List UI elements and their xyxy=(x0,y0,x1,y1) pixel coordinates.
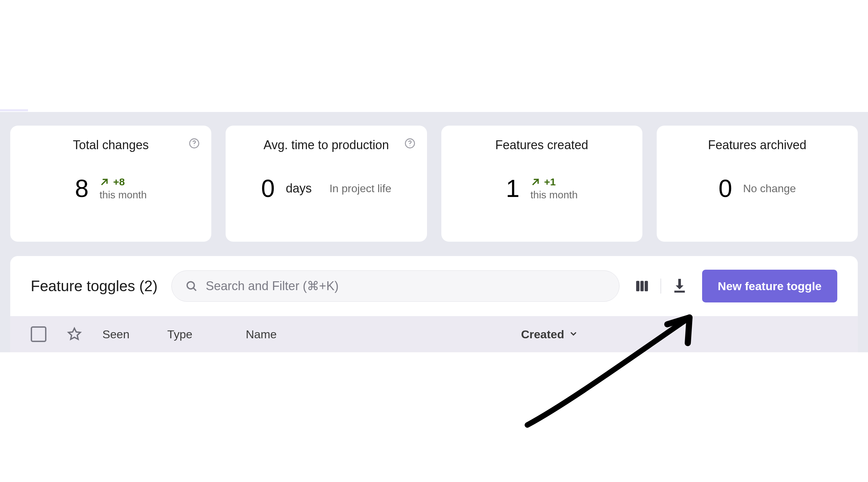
trend-top: +1 xyxy=(530,176,578,188)
search-input[interactable] xyxy=(206,279,606,293)
toggles-header: Feature toggles (2) New feature toggle xyxy=(10,256,858,316)
chevron-down-icon xyxy=(569,328,578,341)
arrow-up-right-icon xyxy=(99,177,110,187)
svg-point-1 xyxy=(194,145,195,146)
trend-block: +1 this month xyxy=(530,176,578,201)
svg-point-4 xyxy=(187,282,194,289)
toggles-title: Feature toggles (2) xyxy=(31,278,158,295)
svg-rect-8 xyxy=(674,290,685,293)
stat-nochange: No change xyxy=(743,182,796,195)
stat-title: Features archived xyxy=(669,138,845,152)
feature-toggles-panel: Feature toggles (2) New feature toggle xyxy=(10,256,858,352)
svg-rect-6 xyxy=(640,281,644,292)
trend-period: this month xyxy=(99,189,146,201)
stat-card-avg-time: Avg. time to production 0 days In projec… xyxy=(226,126,427,242)
stat-cards-row: Total changes 8 +8 this month xyxy=(10,126,858,242)
trend-delta: +1 xyxy=(544,176,556,188)
svg-rect-5 xyxy=(636,281,640,292)
stat-card-features-archived: Features archived 0 No change xyxy=(657,126,858,242)
stat-card-features-created: Features created 1 +1 this month xyxy=(441,126,642,242)
stat-body: 8 +8 this month xyxy=(23,176,199,201)
top-accent-bar xyxy=(0,109,28,111)
stat-value: 8 xyxy=(75,176,88,201)
svg-point-3 xyxy=(410,145,410,146)
column-created[interactable]: Created xyxy=(521,328,578,341)
svg-rect-7 xyxy=(644,281,648,292)
stat-body: 1 +1 this month xyxy=(454,176,630,201)
stat-value: 1 xyxy=(506,176,520,201)
columns-icon[interactable] xyxy=(633,277,651,295)
bottom-whitespace xyxy=(0,352,868,468)
column-created-label: Created xyxy=(521,328,564,341)
table-header-row: Seen Type Name Created xyxy=(10,316,858,352)
trend-top: +8 xyxy=(99,176,146,188)
help-icon[interactable] xyxy=(189,138,200,149)
toolbar-divider xyxy=(660,279,661,294)
trend-delta: +8 xyxy=(113,176,125,188)
stat-unit: days xyxy=(286,181,312,196)
arrow-up-right-icon xyxy=(530,177,541,187)
select-all-checkbox[interactable] xyxy=(31,326,46,342)
top-spacer xyxy=(0,0,868,112)
stat-title: Avg. time to production xyxy=(238,138,414,152)
stat-subtext: In project life xyxy=(329,182,391,195)
column-type[interactable]: Type xyxy=(167,328,225,341)
stat-body: 0 days In project life xyxy=(238,176,414,201)
toolbar-icons xyxy=(633,277,688,295)
stat-body: 0 No change xyxy=(669,176,845,201)
stat-title: Total changes xyxy=(23,138,199,152)
download-icon[interactable] xyxy=(671,277,688,295)
star-icon[interactable] xyxy=(67,327,82,342)
stat-value: 0 xyxy=(261,176,275,201)
trend-period: this month xyxy=(530,189,578,201)
search-icon xyxy=(185,280,198,292)
new-feature-toggle-button[interactable]: New feature toggle xyxy=(702,270,837,302)
stat-value: 0 xyxy=(718,176,732,201)
column-seen[interactable]: Seen xyxy=(102,328,147,341)
column-name[interactable]: Name xyxy=(246,328,500,341)
help-icon[interactable] xyxy=(404,138,415,149)
dashboard-area: Total changes 8 +8 this month xyxy=(0,112,868,352)
stat-title: Features created xyxy=(454,138,630,152)
search-field[interactable] xyxy=(171,270,620,302)
stat-card-total-changes: Total changes 8 +8 this month xyxy=(10,126,211,242)
trend-block: +8 this month xyxy=(99,176,146,201)
